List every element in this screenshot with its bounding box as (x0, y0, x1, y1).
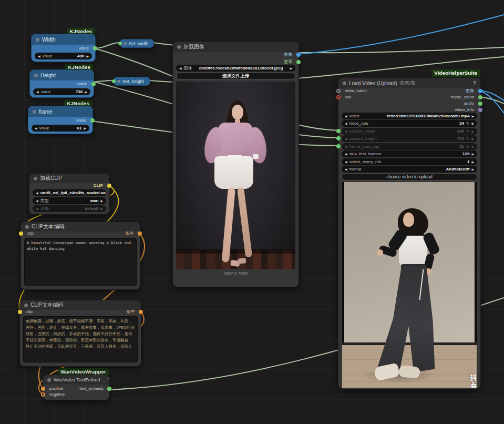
video-filename-widget[interactable]: ◀ video fc5ed1fcb129168813fa0ab290ceaa58… (342, 113, 477, 119)
node-load-clip[interactable]: 加载CLIP CLIP ◀ umt5_xxl_fp8_e4m3fn_scaled… (29, 173, 110, 215)
decrement-arrow-icon[interactable]: ◀ (345, 137, 347, 140)
node-set-height[interactable]: Set_height (114, 77, 150, 86)
node-height[interactable]: Height value ◀ value 736 ▶ (29, 69, 94, 98)
prev-arrow-icon[interactable]: ◀ (345, 114, 347, 118)
output-dot-value[interactable] (90, 118, 95, 123)
node-frame[interactable]: frame value ◀ value 61 ▶ (28, 106, 93, 134)
input-dot-custom-width[interactable] (336, 129, 341, 133)
next-arrow-icon[interactable]: ▶ (471, 167, 474, 171)
clip-device-widget[interactable]: ◀ 设备 default ▶ (33, 205, 106, 212)
collapse-dot-icon[interactable] (33, 110, 36, 114)
negative-prompt-textarea[interactable]: 色调艳丽，过曝，静态，细节模糊不清，字幕，风格，作品，画作，画面，静止，整体发灰… (23, 316, 138, 362)
collapse-dot-icon[interactable] (36, 38, 39, 42)
output-dot-value[interactable] (91, 82, 96, 86)
decrement-arrow-icon[interactable]: ◀ (345, 152, 347, 156)
output-dot-conditioning[interactable] (139, 310, 143, 314)
collapse-dot-icon[interactable] (343, 82, 346, 85)
input-dot-clip[interactable] (18, 310, 22, 314)
collapse-dot-icon[interactable] (124, 42, 127, 45)
value-widget[interactable]: ◀ value 480 ▶ (35, 53, 92, 59)
node-clip-encode-positive-titlebar[interactable]: CLIP文本编码 (21, 222, 140, 231)
output-dot-image[interactable] (296, 53, 301, 57)
upload-video-button[interactable]: choose video to upload (342, 173, 477, 180)
clip-model-widget[interactable]: ◀ umt5_xxl_fp8_e4m3fn_scaled.sa... ▶ (33, 189, 106, 196)
prev-arrow-icon[interactable]: ◀ (36, 199, 38, 203)
image-filename-widget[interactable]: ◀ 图像 d0d9f5c7bec6b2d58fc8dda2a120d2df.jp… (176, 65, 295, 72)
decrement-arrow-icon[interactable]: ◀ (345, 129, 347, 133)
next-arrow-icon[interactable]: ▶ (100, 207, 103, 210)
next-arrow-icon[interactable]: ▶ (471, 114, 474, 118)
decrement-arrow-icon[interactable]: ◀ (38, 54, 40, 58)
node-width-titlebar[interactable]: Width (32, 34, 95, 45)
node-wanvideo-titlebar[interactable]: WanVideo TextEmbed ... ? (43, 375, 109, 385)
decrement-arrow-icon[interactable]: ◀ (345, 122, 347, 125)
node-load-clip-titlebar[interactable]: 加载CLIP (29, 174, 109, 183)
node-load-image[interactable]: 加载图像 图像 遮罩 ◀ 图像 d0d9f5c7bec6b2d58fc8dda2… (172, 41, 299, 287)
input-dot-positive[interactable] (41, 387, 45, 391)
output-dot-mask[interactable] (296, 60, 301, 64)
decrement-arrow-icon[interactable]: ◀ (345, 160, 347, 164)
prev-arrow-icon[interactable]: ◀ (345, 167, 347, 171)
output-dot-clip[interactable] (107, 184, 111, 188)
increment-arrow-icon[interactable]: ▶ (471, 129, 474, 133)
help-icon[interactable]: ? (108, 377, 109, 383)
node-clip-encode-negative-titlebar[interactable]: CLIP文本编码 (20, 300, 141, 310)
help-icon[interactable]: ? (472, 80, 476, 86)
prev-arrow-icon[interactable]: ◀ (179, 66, 182, 70)
node-clip-encode-positive[interactable]: CLIP文本编码 clip 条件 A beautiful norweigan w… (20, 221, 140, 290)
output-dot-conditioning[interactable] (138, 231, 142, 236)
increment-arrow-icon[interactable]: ▶ (84, 126, 86, 130)
custom-width-widget[interactable]: ◀ custom_width 480 ↻ ▶ (342, 128, 477, 135)
prev-arrow-icon[interactable]: ◀ (36, 191, 38, 195)
output-dot-image[interactable] (478, 89, 482, 93)
node-wanvideo-textembed[interactable]: WanVideo TextEmbed ... ? positive negati… (43, 375, 110, 400)
comfyui-canvas[interactable]: { "colors": { "canvas_bg": "#1c1c1c", "b… (0, 0, 504, 424)
decrement-arrow-icon[interactable]: ◀ (36, 90, 39, 94)
input-dot[interactable] (118, 42, 122, 45)
increment-arrow-icon[interactable]: ▶ (471, 152, 474, 156)
increment-arrow-icon[interactable]: ▶ (471, 145, 474, 148)
upload-image-button[interactable]: 选择文件上传 (176, 73, 295, 80)
node-load-video[interactable]: Load Video (Upload) ⓋⒽⓈ ? meta_batch vae… (338, 77, 481, 389)
node-height-titlebar[interactable]: Height (30, 70, 94, 80)
increment-arrow-icon[interactable]: ▶ (85, 90, 87, 94)
collapse-dot-icon[interactable] (24, 304, 28, 307)
increment-arrow-icon[interactable]: ▶ (471, 122, 474, 125)
value-widget[interactable]: ◀ value 61 ▶ (32, 125, 89, 132)
collapse-dot-icon[interactable] (117, 80, 120, 83)
prompt-textarea[interactable]: A beautiful norweigan woman wearing a bl… (24, 238, 137, 286)
output-dot-frame-count[interactable] (478, 95, 482, 99)
increment-arrow-icon[interactable]: ▶ (471, 137, 474, 140)
decrement-arrow-icon[interactable]: ◀ (345, 145, 347, 148)
prev-arrow-icon[interactable]: ◀ (36, 207, 38, 210)
increment-arrow-icon[interactable]: ▶ (471, 160, 474, 164)
output-dot-video-info[interactable] (478, 108, 482, 112)
input-dot-negative[interactable] (41, 392, 45, 397)
node-clip-encode-negative[interactable]: CLIP文本编码 clip 条件 色调艳丽，过曝，静态，细节模糊不清，字幕，风格… (19, 300, 141, 367)
node-frame-titlebar[interactable]: frame (28, 106, 92, 117)
skip-first-frames-widget[interactable]: ◀ skip_first_frames 129 ▶ (342, 150, 477, 157)
input-dot-meta-batch[interactable] (336, 89, 341, 93)
frame-load-cap-widget[interactable]: ◀ frame_load_cap 81 ⊘ ▶ (342, 143, 477, 150)
input-dot-custom-height[interactable] (336, 136, 341, 140)
node-load-video-titlebar[interactable]: Load Video (Upload) ⓋⒽⓈ ? (338, 78, 480, 88)
node-load-image-titlebar[interactable]: 加载图像 (173, 42, 299, 52)
collapse-dot-icon[interactable] (25, 225, 29, 229)
node-set-width[interactable]: Set_width (120, 39, 154, 48)
output-dot-value[interactable] (93, 46, 97, 51)
decrement-arrow-icon[interactable]: ◀ (35, 126, 37, 130)
clip-type-widget[interactable]: ◀ 类型 wan ▶ (33, 197, 106, 204)
output-dot-text-embeds[interactable] (107, 387, 111, 391)
input-dot-frame-load-cap[interactable] (336, 144, 341, 148)
force-rate-widget[interactable]: ◀ force_rate 24 ↻ ▶ (342, 120, 477, 127)
next-arrow-icon[interactable]: ▶ (100, 199, 103, 203)
input-dot-clip[interactable] (19, 231, 23, 236)
format-widget[interactable]: ◀ format AnimateDiff ▶ (342, 166, 477, 173)
collapse-dot-icon[interactable] (177, 45, 181, 49)
collapse-dot-icon[interactable] (34, 177, 37, 180)
output-dot-audio[interactable] (478, 102, 482, 106)
input-dot-vae[interactable] (336, 95, 341, 99)
next-arrow-icon[interactable]: ▶ (290, 66, 292, 70)
input-dot[interactable] (112, 79, 116, 83)
custom-height-widget[interactable]: ◀ custom_height 720 ↻ ▶ (342, 135, 477, 142)
